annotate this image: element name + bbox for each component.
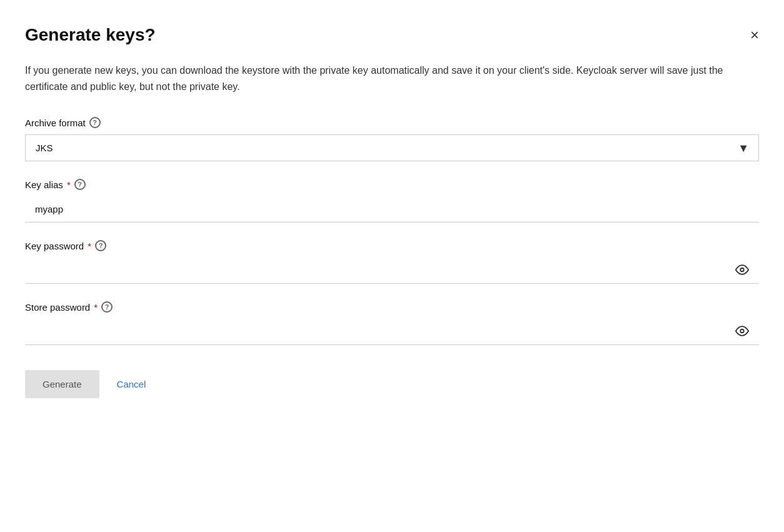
archive-format-select[interactable]: JKS PKCS12 BCFKS: [25, 134, 759, 161]
dialog-header: Generate keys? ×: [25, 25, 759, 45]
store-password-input[interactable]: [25, 319, 759, 344]
key-alias-group: Key alias * ?: [25, 179, 759, 223]
key-alias-label-text: Key alias: [25, 179, 63, 190]
key-password-toggle-button[interactable]: [733, 260, 751, 281]
store-password-group: Store password * ?: [25, 301, 759, 345]
archive-format-label: Archive format ?: [25, 117, 759, 128]
key-alias-help-icon[interactable]: ?: [74, 179, 86, 190]
archive-format-help-icon[interactable]: ?: [89, 117, 101, 128]
generate-button[interactable]: Generate: [25, 370, 99, 398]
archive-format-select-wrapper: JKS PKCS12 BCFKS ▼: [25, 134, 759, 161]
key-alias-label: Key alias * ?: [25, 179, 759, 190]
key-password-wrapper: [25, 258, 759, 284]
store-password-label: Store password * ?: [25, 301, 759, 313]
store-password-toggle-button[interactable]: [733, 321, 751, 342]
svg-point-1: [740, 329, 744, 333]
dialog-description: If you generate new keys, you can downlo…: [25, 63, 759, 94]
store-password-help-icon[interactable]: ?: [101, 301, 113, 313]
eye-icon: [735, 263, 749, 276]
key-password-label-text: Key password: [25, 241, 84, 251]
close-button[interactable]: ×: [750, 28, 759, 43]
dialog-footer: Generate Cancel: [25, 370, 759, 398]
key-alias-input[interactable]: [25, 196, 759, 223]
archive-format-group: Archive format ? JKS PKCS12 BCFKS ▼: [25, 117, 759, 161]
store-password-label-text: Store password: [25, 302, 90, 313]
dialog: Generate keys? × If you generate new key…: [0, 0, 784, 532]
key-alias-required: *: [67, 179, 71, 190]
cancel-button[interactable]: Cancel: [114, 370, 149, 398]
key-password-required: *: [88, 241, 91, 251]
archive-format-label-text: Archive format: [25, 118, 86, 128]
store-password-wrapper: [25, 319, 759, 345]
dialog-title: Generate keys?: [25, 25, 156, 45]
svg-point-0: [740, 268, 744, 271]
key-password-help-icon[interactable]: ?: [95, 240, 106, 251]
key-password-label: Key password * ?: [25, 240, 759, 251]
eye-icon: [735, 324, 749, 338]
key-password-group: Key password * ?: [25, 240, 759, 284]
key-password-input[interactable]: [25, 258, 759, 283]
store-password-required: *: [94, 302, 98, 313]
